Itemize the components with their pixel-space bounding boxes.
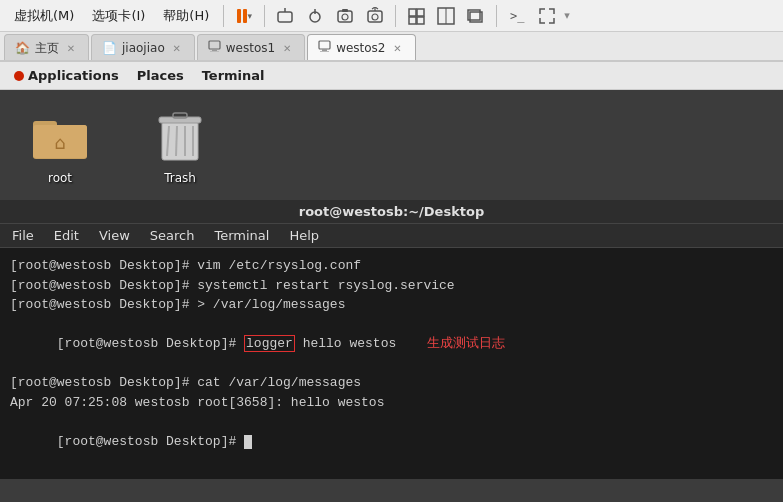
svg-point-5 (342, 14, 348, 20)
menu-help[interactable]: 帮助(H) (155, 3, 217, 29)
menu-virtual-machine[interactable]: 虚拟机(M) (6, 3, 82, 29)
window-tile-button[interactable] (432, 3, 460, 29)
svg-rect-34 (173, 113, 187, 118)
window-view-icon (407, 7, 425, 25)
terminal-window: root@westosb:~/Desktop File Edit View Se… (0, 200, 783, 479)
terminal-line-3: [root@westosb Desktop]# > /var/log/messa… (10, 295, 773, 315)
line6-text: Apr 20 07:25:08 westosb root[3658]: hell… (10, 395, 384, 410)
tab-jiaojiao-label: jiaojiao (122, 41, 165, 55)
line4-comment: 生成测试日志 (396, 336, 505, 351)
tab-home-close[interactable]: ✕ (64, 41, 78, 55)
window-view-button[interactable] (402, 3, 430, 29)
terminal-edit-menu[interactable]: Edit (54, 228, 79, 243)
root-folder-image: ⌂ (30, 105, 90, 165)
snapshot-button[interactable] (331, 3, 359, 29)
svg-rect-11 (417, 9, 424, 16)
terminal-app-menu[interactable]: Terminal (194, 64, 273, 87)
line4-pre: [root@westosb Desktop]# (57, 336, 244, 351)
ctrl-alt-del-icon (276, 7, 294, 25)
tab-home[interactable]: 🏠 主页 ✕ (4, 34, 89, 60)
menu-tabs[interactable]: 选项卡(I) (84, 3, 153, 29)
tab-westos1-close[interactable]: ✕ (280, 41, 294, 55)
terminal-terminal-menu[interactable]: Terminal (214, 228, 269, 243)
trash-icon[interactable]: Trash (150, 105, 210, 185)
tabs-bar: 🏠 主页 ✕ 📄 jiaojiao ✕ westos1 ✕ westos2 ✕ (0, 32, 783, 62)
svg-rect-6 (342, 9, 348, 12)
trash-label: Trash (164, 171, 196, 185)
pause-bars-icon (237, 9, 247, 23)
terminal-view-menu[interactable]: View (99, 228, 130, 243)
expand-button[interactable] (533, 3, 561, 29)
tab-jiaojiao-close[interactable]: ✕ (170, 41, 184, 55)
tab-westos1[interactable]: westos1 ✕ (197, 34, 305, 60)
svg-rect-23 (320, 51, 329, 52)
places-menu[interactable]: Places (129, 64, 192, 87)
terminal-titlebar: root@westosb:~/Desktop (0, 200, 783, 224)
terminal-button[interactable]: >_ (503, 3, 531, 29)
root-folder-icon[interactable]: ⌂ root (30, 105, 90, 185)
power-button[interactable] (301, 3, 329, 29)
terminal-search-menu[interactable]: Search (150, 228, 195, 243)
places-label: Places (137, 68, 184, 83)
terminal-file-menu[interactable]: File (12, 228, 34, 243)
terminal-line-7: [root@westosb Desktop]# (10, 412, 773, 471)
logger-highlight: logger (244, 335, 295, 352)
power-icon (306, 7, 324, 25)
terminal-line-4: [root@westosb Desktop]# logger hello wes… (10, 315, 773, 374)
pause-dropdown-arrow: ▾ (248, 11, 253, 21)
trash-svg (155, 106, 205, 164)
window-restore-button[interactable] (462, 3, 490, 29)
westos1-tab-icon (208, 40, 221, 56)
separator-4 (496, 5, 497, 27)
tab-home-label: 主页 (35, 40, 59, 57)
svg-rect-0 (278, 12, 292, 22)
jiaojiao-tab-icon: 📄 (102, 41, 117, 55)
svg-rect-19 (212, 49, 217, 51)
folder-svg: ⌂ (31, 109, 89, 161)
svg-rect-22 (322, 49, 327, 51)
svg-rect-21 (319, 41, 330, 49)
applications-menu[interactable]: Applications (6, 64, 127, 87)
terminal-menubar: File Edit View Search Terminal Help (0, 224, 783, 248)
snapshot2-button[interactable] (361, 3, 389, 29)
line3-text: [root@westosb Desktop]# > /var/log/messa… (10, 297, 345, 312)
svg-line-30 (176, 126, 177, 156)
svg-rect-20 (210, 51, 219, 52)
tab-westos2-close[interactable]: ✕ (391, 41, 405, 55)
tab-jiaojiao[interactable]: 📄 jiaojiao ✕ (91, 34, 195, 60)
tab-westos1-label: westos1 (226, 41, 275, 55)
terminal-cursor (244, 435, 252, 449)
tab-westos2-label: westos2 (336, 41, 385, 55)
root-folder-label: root (48, 171, 72, 185)
separator-2 (264, 5, 265, 27)
separator-1 (223, 5, 224, 27)
terminal-line-5: [root@westosb Desktop]# cat /var/log/mes… (10, 373, 773, 393)
send-ctrl-alt-del-button[interactable] (271, 3, 299, 29)
window-tile-icon (437, 7, 455, 25)
trash-image (150, 105, 210, 165)
app-menubar: Applications Places Terminal (0, 62, 783, 90)
snapshot2-icon (366, 7, 384, 25)
terminal-line-1: [root@westosb Desktop]# vim /etc/rsyslog… (10, 256, 773, 276)
desktop: ⌂ root Trash (0, 90, 783, 200)
separator-3 (395, 5, 396, 27)
svg-text:⌂: ⌂ (54, 132, 65, 153)
terminal-body[interactable]: [root@westosb Desktop]# vim /etc/rsyslog… (0, 248, 783, 479)
expand-dropdown-arrow: ▾ (564, 9, 570, 22)
westos2-tab-icon (318, 40, 331, 56)
terminal-help-menu[interactable]: Help (289, 228, 319, 243)
terminal-btn-icon: >_ (510, 9, 524, 23)
line7-prompt: [root@westosb Desktop]# (57, 434, 244, 449)
pause-button[interactable]: ▾ (230, 3, 258, 29)
expand-icon (538, 7, 556, 25)
applications-dot-icon (14, 71, 24, 81)
svg-point-8 (372, 14, 378, 20)
line4-post: hello westos (295, 336, 396, 351)
snapshot-icon (336, 7, 354, 25)
home-tab-icon: 🏠 (15, 41, 30, 55)
svg-rect-18 (209, 41, 220, 49)
tab-westos2[interactable]: westos2 ✕ (307, 34, 415, 60)
svg-rect-12 (409, 17, 416, 24)
line5-text: [root@westosb Desktop]# cat /var/log/mes… (10, 375, 361, 390)
window-restore-icon (467, 7, 485, 25)
